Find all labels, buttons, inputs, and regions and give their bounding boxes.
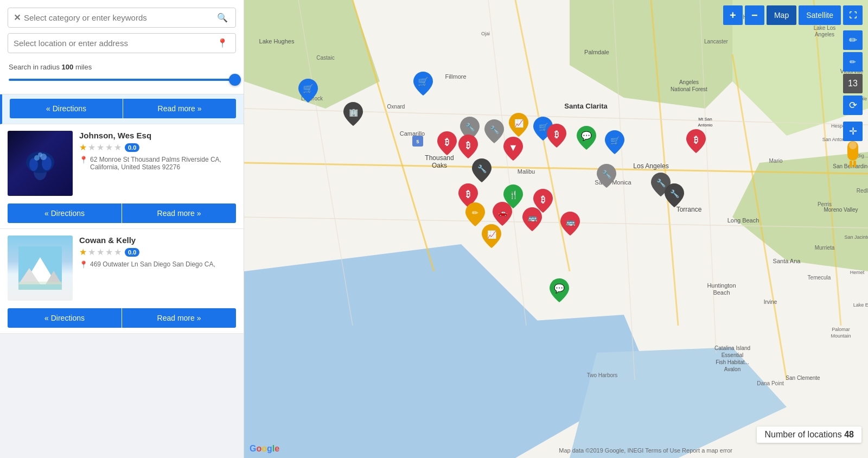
readmore-button-1[interactable]: Read more »	[123, 99, 236, 118]
star-2: ★	[88, 247, 95, 257]
svg-text:Palmdale: Palmdale	[584, 49, 609, 55]
svg-text:Camarillo: Camarillo	[400, 130, 425, 137]
location-pin-icon[interactable]: 📍	[215, 38, 230, 48]
svg-text:Lake LosAngeles: Lake LosAngeles	[814, 25, 836, 37]
keyword-search-icon[interactable]: 🔍	[215, 12, 230, 23]
move-button[interactable]: ✛	[843, 122, 863, 141]
star-5: ★	[114, 142, 122, 152]
directions-button-1[interactable]: « Directions	[10, 99, 123, 118]
svg-text:Perris: Perris	[818, 201, 832, 207]
map-controls: + − Map Satellite ⛶	[723, 5, 863, 25]
clear-keyword-button[interactable]: ✕	[14, 12, 24, 23]
star-1: ★	[79, 142, 87, 152]
readmore-button-2[interactable]: Read more »	[122, 203, 236, 223]
result-stars: ★ ★ ★ ★ ★ 0.0	[79, 142, 236, 152]
action-buttons: « Directions Read more »	[0, 199, 244, 228]
svg-text:San Clemente: San Clemente	[786, 375, 820, 381]
street-view-button[interactable]	[843, 141, 863, 169]
radius-slider[interactable]	[9, 74, 235, 85]
svg-rect-11	[18, 282, 62, 290]
map-area[interactable]: 5 Santa Clarita Fillmore Oxnard Camarill…	[244, 0, 868, 458]
address-pin-icon: 📍	[79, 260, 88, 269]
result-info: Johnson, Wes Esq ★ ★ ★ ★ ★ 0.0 📍 62 Monr…	[79, 131, 236, 196]
google-logo: Google	[250, 444, 279, 454]
refresh-button[interactable]: ⟳	[843, 96, 863, 115]
result-image-row: Cowan & Kelly ★ ★ ★ ★ ★ 0.0 📍 469 Outwat…	[0, 229, 244, 304]
address-pin-icon: 📍	[79, 156, 88, 171]
location-search-input[interactable]	[14, 39, 215, 48]
radius-section: Search in radius 100 miles	[8, 59, 236, 87]
svg-text:Fillmore: Fillmore	[445, 73, 466, 80]
svg-rect-107	[850, 161, 852, 167]
svg-text:Ojai: Ojai	[481, 31, 490, 36]
svg-text:Long Beach: Long Beach	[727, 217, 760, 224]
zoom-in-button[interactable]: +	[723, 5, 743, 25]
map-attribution: Map data ©2019 Google, INEGI Terms of Us…	[559, 447, 732, 454]
star-3: ★	[97, 247, 104, 257]
svg-text:Santa Monica: Santa Monica	[595, 179, 631, 186]
svg-text:Hemet: Hemet	[850, 270, 865, 275]
svg-text:Dana Point: Dana Point	[757, 380, 784, 386]
result-image-row: Johnson, Wes Esq ★ ★ ★ ★ ★ 0.0 📍 62 Monr…	[0, 124, 244, 199]
radius-label: Search in radius 100 miles	[9, 63, 235, 71]
satellite-view-button[interactable]: Satellite	[799, 5, 841, 25]
action-buttons: « Directions Read more »	[0, 304, 244, 333]
svg-text:Castaic: Castaic	[316, 55, 334, 61]
svg-text:Moreno Valley: Moreno Valley	[824, 207, 858, 213]
svg-text:Redlands: Redlands	[857, 188, 868, 194]
star-5: ★	[114, 247, 122, 257]
svg-text:Lake Elsinore: Lake Elsinore	[853, 302, 868, 308]
star-2: ★	[88, 142, 95, 152]
edit-map-button-2[interactable]: ✏	[843, 52, 863, 72]
result-address: 📍 469 Outwater Ln San Diego San Diego CA…	[79, 260, 236, 269]
svg-text:Lancaster: Lancaster	[704, 39, 729, 44]
svg-text:Santa Ana: Santa Ana	[773, 258, 801, 264]
svg-text:5: 5	[416, 139, 419, 144]
svg-text:Torrance: Torrance	[676, 206, 702, 213]
fullscreen-button[interactable]: ⛶	[843, 5, 863, 25]
results-list: « Directions Read more »	[0, 94, 244, 458]
edit-map-button[interactable]: ✏	[843, 30, 863, 50]
svg-text:Oxnard: Oxnard	[387, 104, 405, 110]
rating-badge: 0.0	[125, 248, 139, 257]
star-3: ★	[97, 142, 104, 152]
svg-text:Two Harbors: Two Harbors	[587, 372, 618, 378]
map-side-controls: ✏ ✏ 13 ⟳ ✛	[843, 30, 863, 141]
svg-text:Temecula: Temecula	[808, 275, 831, 281]
zoom-out-button[interactable]: −	[745, 5, 764, 25]
svg-text:Santa Clarita: Santa Clarita	[564, 102, 608, 110]
map-view-button[interactable]: Map	[767, 5, 796, 25]
svg-text:San Jacinto: San Jacinto	[844, 234, 868, 240]
location-search-box[interactable]: 📍	[8, 33, 236, 53]
slider-track	[9, 79, 235, 81]
result-name: Johnson, Wes Esq	[79, 131, 236, 140]
directions-button-3[interactable]: « Directions	[8, 308, 122, 328]
result-address: 📍 62 Monroe St Thousand Palms Riverside …	[79, 156, 236, 171]
star-4: ★	[105, 142, 113, 152]
svg-point-106	[849, 142, 857, 149]
result-info: Cowan & Kelly ★ ★ ★ ★ ★ 0.0 📍 469 Outwat…	[79, 236, 236, 301]
readmore-button-3[interactable]: Read more »	[122, 308, 236, 328]
svg-text:Los Angeles: Los Angeles	[633, 162, 668, 170]
svg-point-6	[38, 152, 42, 157]
map-background: 5 Santa Clarita Fillmore Oxnard Camarill…	[244, 0, 868, 458]
rating-badge: 0.0	[125, 143, 139, 152]
keyword-search-box[interactable]: ✕ 🔍	[8, 8, 236, 28]
slider-thumb[interactable]	[229, 74, 241, 86]
svg-text:Irvine: Irvine	[764, 299, 777, 305]
locations-count: Number of locations 48	[757, 427, 861, 443]
svg-text:Mario: Mario	[769, 158, 782, 164]
keyword-search-input[interactable]	[24, 13, 215, 22]
result-thumbnail	[8, 131, 73, 196]
svg-text:Murrieta: Murrieta	[815, 245, 835, 251]
result-thumbnail	[8, 236, 73, 301]
left-panel: ✕ 🔍 📍 Search in radius 100 miles « Direc…	[0, 0, 244, 458]
result-card: Cowan & Kelly ★ ★ ★ ★ ★ 0.0 📍 469 Outwat…	[0, 229, 244, 334]
svg-text:Littlerock: Littlerock	[301, 96, 323, 101]
directions-button-2[interactable]: « Directions	[8, 203, 122, 223]
number-button[interactable]: 13	[843, 74, 863, 93]
search-section: ✕ 🔍 📍 Search in radius 100 miles	[0, 0, 244, 94]
result-card: « Directions Read more »	[0, 94, 244, 124]
result-card: Johnson, Wes Esq ★ ★ ★ ★ ★ 0.0 📍 62 Monr…	[0, 124, 244, 229]
svg-rect-108	[853, 161, 856, 167]
